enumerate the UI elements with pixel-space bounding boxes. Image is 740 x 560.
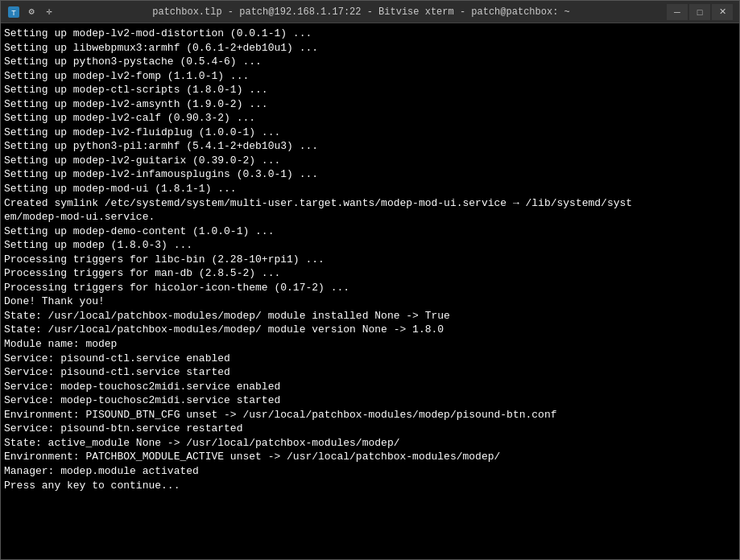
maximize-button[interactable]: □ xyxy=(689,4,710,20)
terminal-line: Setting up modep-lv2-infamousplugins (0.… xyxy=(4,167,736,182)
terminal-line: State: active_module None -> /usr/local/… xyxy=(4,436,736,451)
terminal-line: Setting up modep-lv2-fomp (1.1.0-1) ... xyxy=(4,69,736,84)
terminal-line: Environment: PATCHBOX_MODULE_ACTIVE unse… xyxy=(4,450,736,464)
terminal-line: Setting up python3-pil:armhf (5.4.1-2+de… xyxy=(4,139,736,154)
window-controls: ─ □ ✕ xyxy=(667,4,733,20)
terminal-line: Setting up modep-demo-content (1.0.0-1) … xyxy=(4,224,736,239)
terminal-line: Environment: PISOUND_BTN_CFG unset -> /u… xyxy=(4,408,736,422)
terminal-line: Service: pisound-ctl.service started xyxy=(4,365,736,380)
svg-text:T: T xyxy=(11,9,16,17)
terminal-line: Setting up modep-lv2-fluidplug (1.0.0-1)… xyxy=(4,126,736,140)
terminal-line: State: /usr/local/patchbox-modules/modep… xyxy=(4,309,736,323)
terminal-line: Service: pisound-ctl.service enabled xyxy=(4,352,736,366)
minimize-button[interactable]: ─ xyxy=(667,4,688,20)
terminal-line: Setting up modep-lv2-guitarix (0.39.0-2)… xyxy=(4,154,736,168)
app-icon: T xyxy=(7,6,20,19)
terminal-line: Setting up modep-lv2-amsynth (1.9.0-2) .… xyxy=(4,97,736,112)
terminal-line: Setting up libwebpmux3:armhf (0.6.1-2+de… xyxy=(4,41,736,56)
terminal-line: Processing triggers for hicolor-icon-the… xyxy=(4,281,736,295)
titlebar: T ⚙ ✛ patchbox.tlp - patch@192.168.1.17:… xyxy=(1,1,739,23)
move-icon[interactable]: ✛ xyxy=(43,6,56,19)
settings-icon[interactable]: ⚙ xyxy=(25,6,38,19)
terminal-line: Setting up modep-mod-ui (1.8.1-1) ... xyxy=(4,182,736,196)
close-button[interactable]: ✕ xyxy=(712,4,733,20)
terminal-line: Setting up modep-lv2-mod-distortion (0.0… xyxy=(4,27,736,41)
terminal-line: Service: modep-touchosc2midi.service sta… xyxy=(4,393,736,408)
terminal-line: Processing triggers for libc-bin (2.28-1… xyxy=(4,253,736,267)
terminal-line: Setting up modep-ctl-scripts (1.8.0-1) .… xyxy=(4,83,736,97)
terminal-output[interactable]: Setting up modep-lv2-mod-distortion (0.0… xyxy=(1,23,739,559)
terminal-line: Setting up python3-pystache (0.5.4-6) ..… xyxy=(4,55,736,69)
terminal-line: Service: modep-touchosc2midi.service ena… xyxy=(4,380,736,394)
terminal-line: Setting up modep (1.8.0-3) ... xyxy=(4,238,736,253)
terminal-line: Setting up modep-lv2-calf (0.90.3-2) ... xyxy=(4,111,736,126)
window-title: patchbox.tlp - patch@192.168.1.17:22 - B… xyxy=(62,6,660,18)
terminal-line: State: /usr/local/patchbox-modules/modep… xyxy=(4,323,736,337)
titlebar-left-icons: T ⚙ ✛ xyxy=(7,6,56,19)
terminal-line: Created symlink /etc/systemd/system/mult… xyxy=(4,196,736,211)
terminal-line: Processing triggers for man-db (2.8.5-2)… xyxy=(4,266,736,281)
terminal-window: T ⚙ ✛ patchbox.tlp - patch@192.168.1.17:… xyxy=(0,0,740,560)
terminal-line: Module name: modep xyxy=(4,337,736,352)
terminal-line: Done! Thank you! xyxy=(4,294,736,309)
terminal-line: Press any key to continue... xyxy=(4,479,736,493)
terminal-line: Manager: modep.module activated xyxy=(4,464,736,479)
terminal-line: em/modep-mod-ui.service. xyxy=(4,210,736,224)
terminal-line: Service: pisound-btn.service restarted xyxy=(4,422,736,436)
